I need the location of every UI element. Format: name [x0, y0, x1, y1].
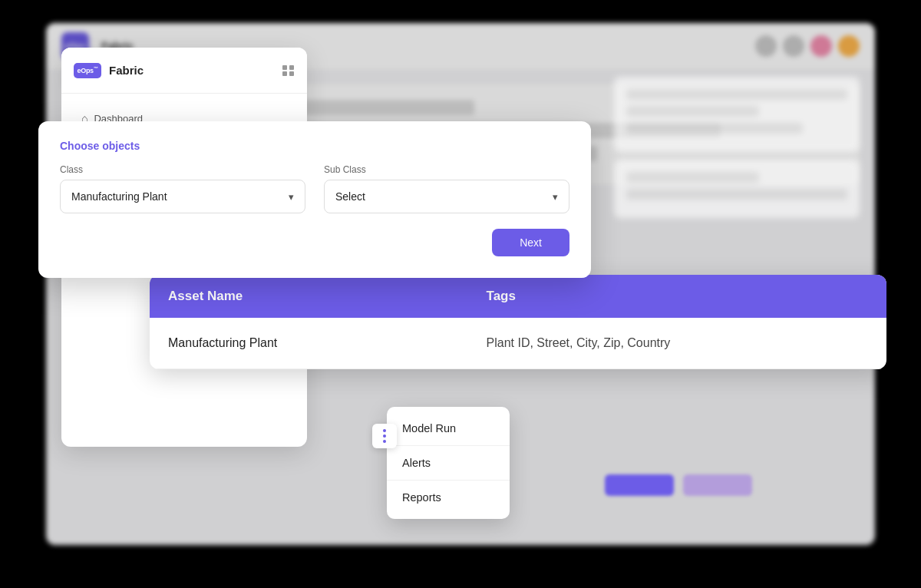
asset-table-card: Asset Name Tags Manufacturing Plant Plan…: [150, 275, 886, 369]
class-label: Class: [60, 164, 305, 175]
subclass-value: Select: [335, 190, 365, 203]
subclass-chevron-icon: ▾: [553, 191, 558, 203]
table-header: Asset Name Tags: [150, 275, 886, 318]
brand-name: Fabric: [109, 64, 144, 77]
next-button[interactable]: Next: [492, 229, 569, 256]
menu-divider-2: [387, 480, 510, 481]
th-asset-name: Asset Name: [168, 289, 487, 304]
dot-2: [383, 434, 386, 438]
menu-item-reports[interactable]: Reports: [387, 482, 510, 513]
choose-objects-modal: Choose objects Class Manufacturing Plant…: [38, 121, 591, 278]
subclass-field: Sub Class Select ▾: [324, 164, 569, 213]
form-row: Class Manufacturing Plant ▾ Sub Class Se…: [60, 164, 569, 213]
menu-divider-1: [387, 445, 510, 446]
eops-logo: eOps™: [74, 63, 101, 78]
three-dots-button[interactable]: [372, 424, 397, 448]
modal-footer: Next: [60, 229, 569, 256]
subclass-dropdown[interactable]: Select ▾: [324, 180, 569, 213]
modal-title: Choose objects: [60, 140, 569, 152]
grid-icon[interactable]: [282, 65, 295, 76]
menu-item-alerts[interactable]: Alerts: [387, 448, 510, 478]
td-tags: Plant ID, Street, City, Zip, Country: [487, 336, 868, 350]
class-field: Class Manufacturing Plant ▾: [60, 164, 305, 213]
dot-1: [383, 429, 386, 432]
th-tags: Tags: [487, 289, 868, 304]
dot-3: [383, 440, 386, 443]
td-asset-name: Manufacturing Plant: [168, 336, 487, 350]
context-menu: Model Run Alerts Reports: [387, 407, 510, 519]
class-chevron-icon: ▾: [289, 191, 294, 203]
background-right-content: [614, 77, 860, 226]
background-buttons: [605, 474, 752, 496]
class-value: Manufacturing Plant: [71, 190, 167, 203]
class-dropdown[interactable]: Manufacturing Plant ▾: [60, 180, 305, 213]
subclass-label: Sub Class: [324, 164, 569, 175]
table-row: Manufacturing Plant Plant ID, Street, Ci…: [150, 318, 886, 369]
menu-item-model-run[interactable]: Model Run: [387, 413, 510, 444]
